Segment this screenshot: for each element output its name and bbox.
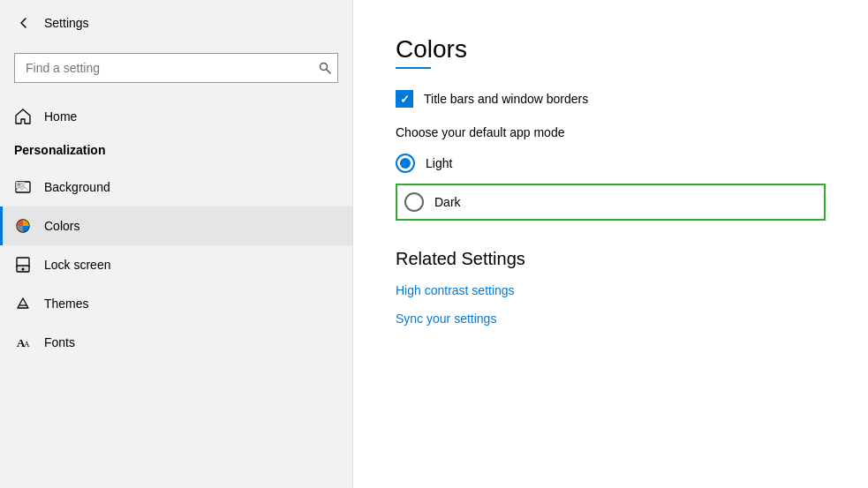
- sidebar-title: Settings: [44, 16, 89, 30]
- svg-text:A: A: [24, 340, 30, 349]
- page-title: Colors: [396, 35, 826, 64]
- lock-screen-icon: [14, 256, 32, 274]
- app-mode-radio-group: Light Dark: [396, 154, 826, 221]
- sidebar-item-themes[interactable]: Themes: [0, 284, 352, 323]
- radio-light-label: Light: [426, 156, 452, 170]
- title-bars-label: Title bars and window borders: [424, 92, 588, 106]
- app-mode-label: Choose your default app mode: [396, 125, 826, 139]
- fonts-label: Fonts: [44, 335, 75, 349]
- lock-screen-label: Lock screen: [44, 258, 110, 272]
- fonts-icon: A A: [14, 334, 32, 351]
- svg-point-8: [22, 268, 25, 271]
- colors-label: Colors: [44, 219, 79, 233]
- sidebar-item-lock-screen[interactable]: Lock screen: [0, 245, 352, 284]
- svg-rect-3: [16, 182, 25, 188]
- svg-line-1: [327, 70, 331, 74]
- themes-label: Themes: [44, 297, 89, 311]
- title-bars-setting: ✓ Title bars and window borders: [396, 90, 826, 108]
- high-contrast-link[interactable]: High contrast settings: [396, 283, 826, 297]
- radio-item-dark[interactable]: Dark: [396, 184, 826, 221]
- related-settings-title: Related Settings: [396, 249, 826, 269]
- search-box: [14, 53, 338, 83]
- sidebar-header: Settings: [0, 0, 352, 46]
- main-content: Colors ✓ Title bars and window borders C…: [353, 0, 868, 488]
- back-button[interactable]: [14, 13, 34, 33]
- section-label: Personalization: [0, 136, 352, 168]
- themes-icon: [14, 295, 32, 312]
- sidebar: Settings Home Personalization: [0, 0, 353, 488]
- radio-item-light[interactable]: Light: [396, 154, 826, 173]
- radio-light-indicator: [396, 154, 415, 173]
- checkmark-icon: ✓: [400, 93, 410, 106]
- home-label: Home: [44, 109, 77, 124]
- radio-dark-label: Dark: [434, 195, 461, 209]
- background-label: Background: [44, 180, 110, 194]
- sync-settings-link[interactable]: Sync your settings: [396, 312, 826, 326]
- sidebar-item-background[interactable]: Background: [0, 168, 352, 206]
- search-icon[interactable]: [319, 62, 331, 74]
- title-bars-checkbox[interactable]: ✓: [396, 90, 413, 108]
- sidebar-item-home[interactable]: Home: [0, 97, 352, 136]
- radio-dark-indicator: [404, 192, 424, 212]
- sidebar-item-colors[interactable]: Colors: [0, 206, 352, 245]
- background-icon: [14, 178, 32, 196]
- sidebar-item-fonts[interactable]: A A Fonts: [0, 323, 352, 362]
- home-icon: [14, 108, 32, 125]
- search-input[interactable]: [14, 53, 338, 83]
- svg-point-4: [18, 184, 20, 186]
- title-underline: [396, 67, 431, 69]
- colors-icon: [14, 217, 32, 235]
